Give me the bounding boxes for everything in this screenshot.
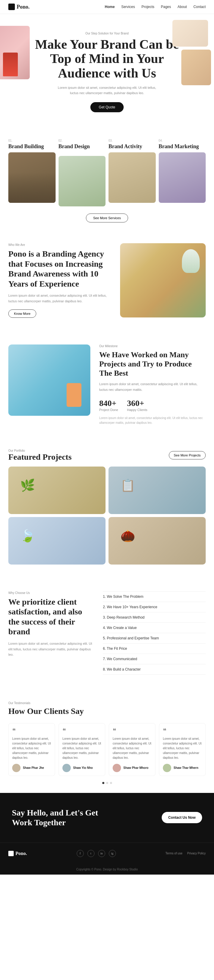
- why-title: We prioritize client satisfaction, and a…: [8, 597, 94, 637]
- milestone-subtitle: Lorem ipsum dolor sit amet, consectetur …: [99, 381, 206, 392]
- milestone-title: We Have Worked on Many Projects and Try …: [99, 350, 206, 378]
- linkedin-icon[interactable]: in: [98, 850, 105, 857]
- avatar-1: [12, 764, 21, 772]
- services-grid: 01. Brand Building 02. Brand Design 03. …: [8, 139, 206, 207]
- portfolio-item-4[interactable]: [109, 517, 206, 565]
- footer: Pono. f t in ig Terms of use Privacy Pol…: [0, 843, 214, 864]
- instagram-icon[interactable]: ig: [109, 850, 116, 857]
- footer-logo: Pono.: [8, 851, 27, 856]
- service-title-1: Brand Building: [8, 143, 56, 150]
- nav-projects[interactable]: Projects: [142, 5, 154, 9]
- service-card-3: 03. Brand Activity: [109, 139, 156, 207]
- milestone-image: [8, 345, 90, 416]
- portfolio-item-2[interactable]: [109, 466, 206, 514]
- why-section: Why Choose Us We prioritize client satis…: [0, 576, 214, 690]
- stat-1: 840+ Project Done: [99, 399, 118, 412]
- privacy-link[interactable]: Privacy Policy: [187, 852, 206, 855]
- who-text: Who We Are Pono is a Branding Agency tha…: [8, 243, 111, 318]
- why-item-6: 6. The Fit Price: [103, 644, 206, 654]
- logo-icon: [8, 3, 15, 10]
- footer-copyright: Copyrights © Pono. Design by Rockboy Stu…: [0, 864, 214, 875]
- why-item-4: 4. We Create a Value: [103, 623, 206, 633]
- quote-icon-1: ❝: [12, 727, 51, 735]
- portfolio-item-1[interactable]: [8, 466, 105, 514]
- footer-links: Terms of use Privacy Policy: [165, 852, 206, 855]
- see-more-services-button[interactable]: See More Services: [86, 213, 128, 223]
- service-image-2: [59, 156, 106, 207]
- service-num-3: 03.: [109, 139, 156, 142]
- testimonial-card-1: ❝ Lorem ipsum dolor sit amet, consectetu…: [8, 723, 55, 776]
- testimonial-author-3: Shaw Phar Mhoro: [113, 764, 152, 772]
- nav-home[interactable]: Home: [105, 5, 115, 9]
- facebook-icon[interactable]: f: [77, 850, 84, 857]
- milestone-image-container: [8, 345, 90, 416]
- why-list: 1. We Solve The Problem 2. We Have 10+ Y…: [103, 591, 206, 675]
- testimonial-text-3: Lorem ipsum dolor sit amet, consectetur …: [113, 737, 152, 760]
- service-title-3: Brand Activity: [109, 143, 156, 150]
- service-card-1: 01. Brand Building: [8, 139, 56, 207]
- service-num-1: 01.: [8, 139, 56, 142]
- service-image-3: [109, 152, 156, 203]
- service-title-4: Brand Marketing: [159, 143, 206, 150]
- why-item-7: 7. We Communicated: [103, 654, 206, 664]
- terms-link[interactable]: Terms of use: [165, 852, 182, 855]
- milestone-section: Our Milestone We Have Worked on Many Pro…: [0, 332, 214, 437]
- dot-2[interactable]: [106, 782, 108, 784]
- dot-1[interactable]: [102, 782, 104, 784]
- testimonial-author-2: Shaw Yio Nho: [62, 764, 101, 772]
- author-name-4: Shaw Thar Mhern: [174, 766, 198, 770]
- quote-icon-2: ❝: [62, 727, 101, 735]
- portfolio-header-left: Our Portfolio Featured Projects: [8, 449, 72, 462]
- logo[interactable]: Pono.: [8, 3, 30, 10]
- portfolio-section: Our Portfolio Featured Projects See More…: [0, 437, 214, 576]
- hero-section: Our Step Solution for Your Brand Make Yo…: [0, 14, 214, 127]
- footer-socials: f t in ig: [77, 850, 116, 857]
- testimonial-card-3: ❝ Lorem ipsum dolor sit amet, consectetu…: [109, 723, 155, 776]
- milestone-tag: Our Milestone: [99, 345, 206, 348]
- who-title: Pono is a Branding Agency that Focuses o…: [8, 249, 111, 289]
- why-tag: Why Choose Us: [8, 591, 94, 595]
- why-right: 1. We Solve The Problem 2. We Have 10+ Y…: [103, 591, 206, 675]
- why-item-5: 5. Professional and Expertise Team: [103, 633, 206, 644]
- see-projects-button[interactable]: See More Projects: [169, 451, 206, 460]
- quote-icon-3: ❝: [113, 727, 152, 735]
- who-tag: Who We Are: [8, 243, 111, 247]
- why-item-3: 3. Deep Research Method: [103, 612, 206, 623]
- portfolio-tag: Our Portfolio: [8, 449, 72, 452]
- author-name-1: Shaw Phar Jhe: [23, 766, 44, 770]
- stat-label-2: Happy Clients: [127, 408, 147, 412]
- cta-title: Say Hello, and Let's Get Work Together: [12, 808, 113, 828]
- why-item-2: 2. We Have 10+ Years Experience: [103, 602, 206, 612]
- author-name-2: Shaw Yio Nho: [73, 766, 93, 770]
- service-card-2: 02. Brand Design: [59, 139, 106, 207]
- testimonials-title: How Our Clients Say: [8, 706, 206, 716]
- portfolio-item-3[interactable]: [8, 517, 105, 565]
- avatar-3: [113, 764, 121, 772]
- nav-services[interactable]: Services: [121, 5, 135, 9]
- hero-cta-button[interactable]: Get Quote: [90, 102, 123, 112]
- author-name-3: Shaw Phar Mhoro: [123, 766, 148, 770]
- navbar: Pono. Home Services Projects Pages About…: [0, 0, 214, 14]
- portfolio-header: Our Portfolio Featured Projects See More…: [8, 449, 206, 462]
- avatar-2: [62, 764, 71, 772]
- nav-about[interactable]: About: [177, 5, 187, 9]
- service-num-4: 04.: [159, 139, 206, 142]
- testimonials-section: Our Testimonials How Our Clients Say ❝ L…: [0, 690, 214, 793]
- hero-image-right-top: [172, 20, 208, 47]
- see-more-wrap: See More Services: [8, 213, 206, 223]
- contact-us-button[interactable]: Contact Us Now: [162, 812, 202, 823]
- service-image-1: [8, 152, 56, 203]
- who-subtitle: Lorem ipsum dolor sit amet, consectetur …: [8, 293, 111, 304]
- why-item-8: 8. We Build a Character: [103, 664, 206, 675]
- twitter-icon[interactable]: t: [87, 850, 94, 857]
- testimonial-text-4: Lorem ipsum dolor sit amet, consectetur …: [163, 737, 202, 760]
- dot-3[interactable]: [110, 782, 112, 784]
- nav-contact[interactable]: Contact: [193, 5, 206, 9]
- testimonial-dots: [8, 782, 206, 784]
- quote-icon-4: ❝: [163, 727, 202, 735]
- nav-pages[interactable]: Pages: [161, 5, 171, 9]
- know-more-button[interactable]: Know More: [8, 309, 36, 318]
- stat-2: 360+ Happy Clients: [127, 399, 147, 412]
- milestone-text: Our Milestone We Have Worked on Many Pro…: [99, 345, 206, 425]
- nav-links: Home Services Projects Pages About Conta…: [105, 5, 206, 9]
